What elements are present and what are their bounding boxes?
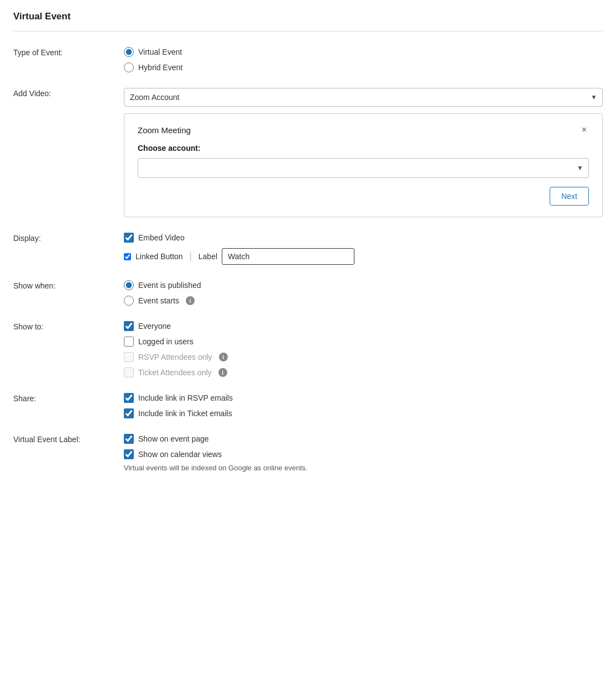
type-of-event-content: Virtual Event Hybrid Event bbox=[124, 47, 603, 72]
title-divider bbox=[13, 31, 603, 32]
vel-calendar-views-label: Show on calendar views bbox=[138, 450, 222, 459]
show-to-rsvp-item: RSVP Attendees only i bbox=[124, 352, 603, 362]
event-type-radio-group: Virtual Event Hybrid Event bbox=[124, 47, 603, 72]
embed-video-checkbox[interactable] bbox=[124, 233, 134, 243]
embed-video-item: Embed Video bbox=[124, 233, 603, 243]
page-title: Virtual Event bbox=[13, 11, 603, 22]
embed-video-label: Embed Video bbox=[138, 233, 185, 242]
show-to-label: Show to: bbox=[13, 321, 124, 331]
next-button[interactable]: Next bbox=[550, 187, 589, 206]
show-to-logged-in-label: Logged in users bbox=[138, 337, 194, 346]
show-to-ticket-info-icon[interactable]: i bbox=[218, 368, 227, 377]
share-content: Include link in RSVP emails Include link… bbox=[124, 393, 603, 418]
share-rsvp-label: Include link in RSVP emails bbox=[138, 394, 233, 402]
radio-virtual-event[interactable]: Virtual Event bbox=[124, 47, 603, 57]
radio-hybrid-event[interactable]: Hybrid Event bbox=[124, 62, 603, 72]
virtual-event-label-checkbox-group: Show on event page Show on calendar view… bbox=[124, 434, 603, 459]
label-text: Label bbox=[199, 252, 217, 261]
radio-published-label: Event is published bbox=[138, 281, 201, 290]
show-to-rsvp-info-icon[interactable]: i bbox=[219, 353, 228, 361]
add-video-content: Zoom Account ▼ Zoom Meeting × Choose acc… bbox=[124, 88, 603, 217]
show-to-row: Show to: Everyone Logged in users RSVP A… bbox=[13, 321, 603, 377]
zoom-meeting-box: Zoom Meeting × Choose account: ▼ Next bbox=[124, 113, 603, 217]
display-label: Display: bbox=[13, 233, 124, 243]
show-to-content: Everyone Logged in users RSVP Attendees … bbox=[124, 321, 603, 377]
share-rsvp-item: Include link in RSVP emails bbox=[124, 393, 603, 403]
linked-button-row: Linked Button | Label bbox=[124, 248, 603, 265]
radio-starts-input[interactable] bbox=[124, 296, 134, 306]
radio-hybrid-label: Hybrid Event bbox=[138, 63, 182, 72]
vel-calendar-views-item: Show on calendar views bbox=[124, 449, 603, 459]
vel-calendar-views-checkbox[interactable] bbox=[124, 449, 134, 459]
radio-published[interactable]: Event is published bbox=[124, 280, 603, 290]
show-to-logged-in-item: Logged in users bbox=[124, 337, 603, 347]
show-when-label: Show when: bbox=[13, 280, 124, 290]
show-to-ticket-label: Ticket Attendees only bbox=[138, 368, 212, 377]
share-ticket-label: Include link in Ticket emails bbox=[138, 409, 232, 418]
show-when-radio-group: Event is published Event starts i bbox=[124, 280, 603, 306]
add-video-row: Add Video: Zoom Account ▼ Zoom Meeting ×… bbox=[13, 88, 603, 217]
pipe-separator: | bbox=[190, 251, 192, 261]
show-to-ticket-item: Ticket Attendees only i bbox=[124, 368, 603, 377]
zoom-choose-account-label: Choose account: bbox=[138, 144, 589, 153]
virtual-event-label-field: Virtual Event Label: bbox=[13, 434, 124, 444]
add-video-label: Add Video: bbox=[13, 88, 124, 98]
zoom-close-button[interactable]: × bbox=[580, 125, 589, 135]
share-row: Share: Include link in RSVP emails Inclu… bbox=[13, 393, 603, 418]
display-content: Embed Video Linked Button | Label bbox=[124, 233, 603, 265]
radio-published-input[interactable] bbox=[124, 280, 134, 290]
radio-starts-label: Event starts bbox=[138, 296, 179, 305]
add-video-select-wrapper: Zoom Account ▼ bbox=[124, 88, 603, 107]
show-when-content: Event is published Event starts i bbox=[124, 280, 603, 306]
vel-event-page-item: Show on event page bbox=[124, 434, 603, 444]
share-label: Share: bbox=[13, 393, 124, 403]
show-to-rsvp-label: RSVP Attendees only bbox=[138, 353, 212, 361]
share-ticket-item: Include link in Ticket emails bbox=[124, 408, 603, 418]
show-to-checkbox-group: Everyone Logged in users RSVP Attendees … bbox=[124, 321, 603, 377]
zoom-account-select-wrapper: ▼ bbox=[138, 158, 589, 178]
vel-event-page-checkbox[interactable] bbox=[124, 434, 134, 444]
linked-button-label: Linked Button bbox=[135, 252, 183, 261]
vel-event-page-label: Show on event page bbox=[138, 434, 209, 443]
share-ticket-checkbox[interactable] bbox=[124, 408, 134, 418]
show-when-row: Show when: Event is published Event star… bbox=[13, 280, 603, 306]
type-of-event-label: Type of Event: bbox=[13, 47, 124, 57]
radio-virtual-input[interactable] bbox=[124, 47, 134, 57]
zoom-modal-title: Zoom Meeting bbox=[138, 125, 191, 135]
radio-virtual-label: Virtual Event bbox=[138, 48, 182, 56]
watch-input[interactable] bbox=[222, 248, 354, 265]
show-to-ticket-checkbox bbox=[124, 368, 134, 377]
virtual-event-footer-note: Virtual events will be indexed on Google… bbox=[124, 464, 603, 472]
radio-hybrid-input[interactable] bbox=[124, 62, 134, 72]
zoom-account-select[interactable] bbox=[138, 158, 589, 178]
show-to-everyone-label: Everyone bbox=[138, 322, 171, 330]
virtual-event-label-content: Show on event page Show on calendar view… bbox=[124, 434, 603, 472]
radio-starts[interactable]: Event starts i bbox=[124, 296, 603, 306]
show-to-everyone-item: Everyone bbox=[124, 321, 603, 331]
zoom-next-row: Next bbox=[138, 187, 589, 206]
zoom-modal-header: Zoom Meeting × bbox=[138, 125, 589, 135]
show-to-logged-in-checkbox[interactable] bbox=[124, 337, 134, 347]
virtual-event-label-row: Virtual Event Label: Show on event page … bbox=[13, 434, 603, 472]
share-rsvp-checkbox[interactable] bbox=[124, 393, 134, 403]
linked-button-checkbox[interactable] bbox=[124, 253, 131, 260]
show-when-info-icon[interactable]: i bbox=[186, 296, 195, 305]
display-checkbox-group: Embed Video Linked Button | Label bbox=[124, 233, 603, 265]
share-checkbox-group: Include link in RSVP emails Include link… bbox=[124, 393, 603, 418]
add-video-select[interactable]: Zoom Account bbox=[124, 88, 603, 107]
type-of-event-row: Type of Event: Virtual Event Hybrid Even… bbox=[13, 47, 603, 72]
show-to-everyone-checkbox[interactable] bbox=[124, 321, 134, 331]
show-to-rsvp-checkbox bbox=[124, 352, 134, 362]
display-row: Display: Embed Video Linked Button | Lab… bbox=[13, 233, 603, 265]
